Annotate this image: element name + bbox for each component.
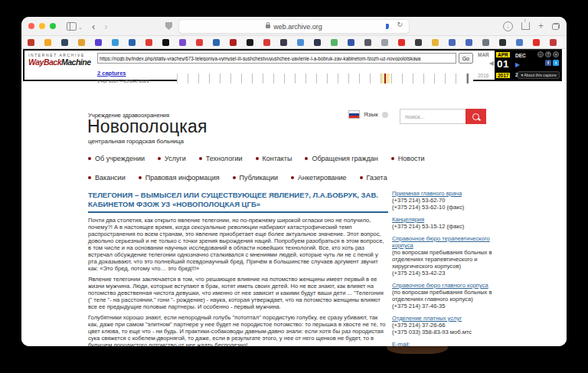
menu-item-appeals[interactable]: Обращения граждан — [305, 155, 377, 162]
bookmark-favicon[interactable] — [78, 39, 85, 46]
bookmark-favicon[interactable] — [230, 39, 237, 46]
bookmark-favicon[interactable] — [213, 39, 220, 46]
menu-item-legal[interactable]: Правовая информация — [139, 174, 220, 182]
address-url[interactable]: web.archive.org — [273, 23, 322, 31]
menu-item-vacancies[interactable]: Вакансии — [88, 174, 126, 182]
contact-link-therapy-info[interactable]: Справочное бюро терапевтического корпуса — [392, 235, 490, 249]
contact-link-office[interactable]: Канцелярия — [392, 216, 424, 223]
bookmark-favicon[interactable] — [533, 39, 540, 46]
forward-button[interactable]: › — [104, 21, 107, 32]
russian-flag-icon[interactable] — [348, 110, 360, 119]
language-globe-icon[interactable] — [382, 112, 388, 118]
bullet-icon — [233, 176, 236, 179]
bookmark-favicon[interactable] — [398, 39, 405, 46]
current-month-label[interactable]: APR — [496, 52, 510, 57]
bookmark-favicon[interactable] — [112, 39, 119, 46]
contact-link-paid-services[interactable]: Отделение платных услуг — [392, 315, 462, 322]
bookmark-favicon[interactable] — [95, 39, 102, 46]
facebook-share-icon[interactable]: f — [545, 60, 551, 66]
bookmark-favicon[interactable] — [297, 39, 304, 46]
bookmark-favicon[interactable] — [381, 39, 388, 46]
toolbar-right-actions: ↓ + — [503, 21, 560, 31]
back-button[interactable]: ‹ — [92, 21, 95, 32]
search-button[interactable] — [466, 109, 486, 124]
menu-item-about[interactable]: Об учреждении — [88, 155, 145, 162]
help-icon[interactable]: ? — [545, 51, 551, 57]
address-bar[interactable]: web.archive.org ↻ — [178, 19, 410, 34]
bookmark-favicon[interactable] — [196, 39, 203, 46]
menu-item-technologies[interactable]: Технологии — [199, 155, 243, 162]
chevron-down-icon[interactable]: ⌄ — [78, 25, 83, 31]
account-icon[interactable]: ◦ — [537, 51, 544, 57]
wayback-machine-logo[interactable]: WayBackMachine — [28, 57, 94, 67]
wayback-go-button[interactable]: Go — [459, 53, 473, 64]
zoom-window-button[interactable] — [50, 23, 56, 29]
sidebar-toggle-icon[interactable] — [67, 22, 77, 31]
bookmark-favicon[interactable] — [516, 39, 523, 46]
bookmark-favicon[interactable] — [550, 39, 557, 46]
bookmark-favicon[interactable] — [61, 39, 68, 46]
bookmark-favicon[interactable] — [364, 39, 371, 46]
menu-item-publications[interactable]: Публикации — [233, 174, 278, 182]
bookmark-favicon[interactable] — [28, 39, 34, 46]
current-year-label[interactable]: 2017 — [496, 73, 510, 78]
bookmark-favicon[interactable] — [415, 39, 422, 46]
bookmark-favicon[interactable] — [331, 39, 338, 46]
bookmark-favicon[interactable] — [145, 39, 152, 46]
bookmark-favicon[interactable] — [129, 39, 136, 46]
downloads-button[interactable]: ↓ — [503, 21, 513, 31]
bookmark-favicon[interactable] — [432, 39, 439, 46]
email-label-link[interactable]: E-mail: — [392, 341, 410, 346]
captures-link[interactable]: 2 captures — [97, 70, 126, 77]
bookmark-favicon[interactable] — [482, 39, 489, 46]
browser-titlebar: ⌄ ‹ › web.archive.org ↻ ↓ + — [21, 17, 567, 36]
new-tab-button[interactable]: + — [538, 21, 544, 31]
privacy-shield-icon[interactable] — [165, 22, 172, 30]
bookmark-favicon[interactable] — [499, 39, 506, 46]
bookmark-favicon[interactable] — [263, 39, 270, 46]
menu-item-contacts[interactable]: Контакты — [256, 155, 292, 162]
menu-item-services[interactable]: Услуги — [158, 155, 186, 162]
bookmark-favicon[interactable] — [466, 39, 472, 46]
menu-item-survey[interactable]: Анкетирование — [291, 174, 347, 182]
menu-item-news[interactable]: Новости — [391, 155, 425, 162]
twitter-share-icon[interactable]: t — [553, 60, 559, 66]
capture-highlight-marker[interactable] — [381, 74, 390, 83]
prev-year-label[interactable]: 2016 — [478, 73, 488, 78]
tab-overview-button[interactable] — [552, 23, 560, 30]
bookmark-favicon[interactable] — [280, 39, 287, 46]
close-toolbar-icon[interactable]: × — [553, 51, 559, 57]
bookmark-favicon[interactable] — [348, 39, 354, 46]
bookmark-favicon[interactable] — [449, 39, 456, 46]
share-button[interactable] — [521, 22, 530, 30]
bullet-icon — [139, 176, 142, 179]
contact-link-reception[interactable]: Приемная главного врача — [392, 190, 462, 197]
reload-icon[interactable]: ↻ — [397, 21, 403, 28]
bookmark-favicon[interactable] — [44, 39, 51, 46]
contact-phone: (+375 214) 53-62-10 (факс) — [392, 204, 498, 211]
audio-mute-icon[interactable] — [387, 24, 389, 28]
wayback-url-input[interactable] — [97, 53, 456, 64]
contacts-sidebar: Приемная главного врача (+375 214) 53-62… — [392, 190, 498, 346]
search-icon — [472, 113, 479, 120]
menu-item-newspaper[interactable]: Газета — [360, 174, 387, 182]
next-month-label[interactable]: DEC — [515, 53, 526, 58]
bookmark-favicon[interactable] — [179, 39, 186, 46]
minimize-window-button[interactable] — [39, 23, 45, 29]
bookmark-favicon[interactable] — [162, 39, 169, 46]
search-input[interactable] — [400, 109, 466, 124]
next-capture-arrow-icon[interactable]: ▶ — [515, 61, 520, 68]
about-capture-button[interactable]: ▾ About this capture — [518, 71, 560, 79]
capture-timeline[interactable] — [177, 74, 473, 83]
wayback-logo[interactable]: INTERNET ARCHIVE WayBackMachine — [24, 51, 96, 80]
bookmark-favicon[interactable] — [314, 39, 321, 46]
article-paragraph: Явление телегонии заключается в том, что… — [88, 276, 388, 310]
contact-link-main-info[interactable]: Справочное бюро главного корпуса — [392, 282, 488, 289]
prev-capture-arrow-icon[interactable]: ◀ — [489, 60, 494, 67]
close-window-button[interactable] — [28, 23, 34, 29]
bullet-icon — [256, 157, 259, 160]
prev-month-label[interactable]: MAR — [478, 52, 489, 57]
capture-tick[interactable] — [467, 74, 469, 83]
bookmark-favicon[interactable] — [247, 39, 253, 46]
site-title[interactable]: Новополоцкая — [87, 116, 207, 137]
